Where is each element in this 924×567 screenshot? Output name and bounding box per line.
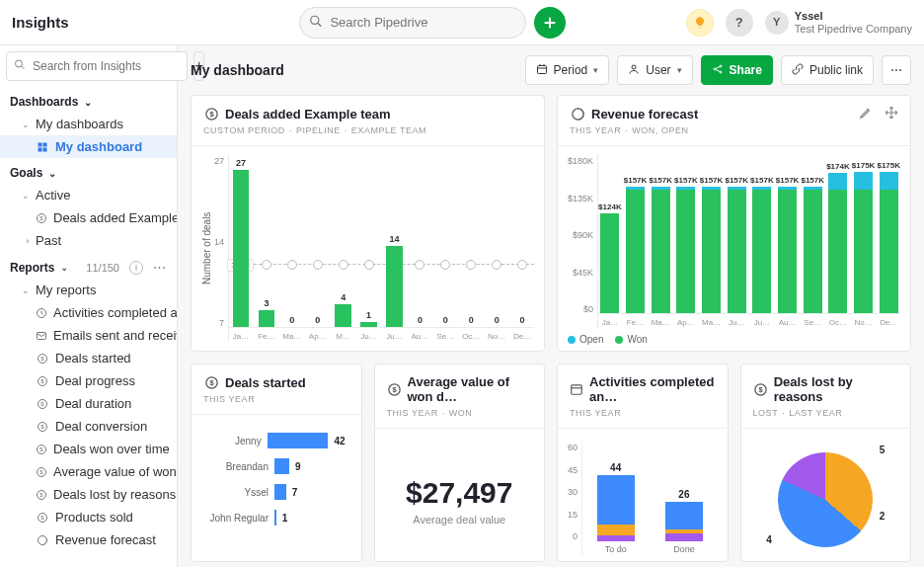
y-axis-label: Number of deals xyxy=(201,154,212,342)
forecast-icon xyxy=(36,534,49,546)
dollar-icon: $ xyxy=(36,489,47,501)
svg-line-1 xyxy=(318,23,322,27)
global-add-button[interactable] xyxy=(534,7,566,39)
chevron-right-icon: ⌄ xyxy=(21,237,31,245)
svg-text:$: $ xyxy=(40,424,44,430)
user-menu[interactable]: Y Yssel Test Pipedrive Company xyxy=(765,10,912,35)
chevron-down-icon: ⌄ xyxy=(48,168,56,179)
sidebar-item-report[interactable]: $Deal progress xyxy=(0,369,177,392)
section-dashboards[interactable]: Dashboards ⌄ xyxy=(0,87,177,113)
svg-text:$: $ xyxy=(758,385,763,394)
sidebar-item-report[interactable]: Revenue forecast xyxy=(0,528,177,551)
card-title: $ Deals added Example team xyxy=(203,106,532,122)
sidebar-item-report[interactable]: $Deals won over time xyxy=(0,438,177,460)
sidebar-item-report[interactable]: $Deal conversion xyxy=(0,415,177,438)
sidebar-item-active[interactable]: ⌄ Active xyxy=(0,184,177,206)
info-icon[interactable]: i xyxy=(129,261,143,275)
svg-text:$: $ xyxy=(40,401,44,407)
card-subtitle: CUSTOM PERIODPIPELINEEXAMPLE TEAM xyxy=(203,122,532,141)
more-button[interactable]: ⋯ xyxy=(882,55,911,85)
help-icon[interactable]: ? xyxy=(726,9,753,37)
svg-line-5 xyxy=(22,66,25,69)
sidebar-item-report[interactable]: $Average value of won de… xyxy=(0,460,177,483)
move-icon[interactable] xyxy=(885,106,898,122)
kpi-avg-value: $27,497 Average deal value xyxy=(385,437,535,526)
global-search[interactable] xyxy=(299,7,526,39)
card-title: $ Deals lost by reasons xyxy=(753,374,899,404)
chevron-down-icon: ▾ xyxy=(593,65,598,75)
brand-title: Insights xyxy=(12,14,180,31)
share-button[interactable]: Share xyxy=(701,55,773,85)
legend: Open Won xyxy=(568,328,900,345)
sidebar-item-report[interactable]: Activities completed an… xyxy=(0,301,177,324)
card-subtitle: THIS YEAR xyxy=(203,390,349,410)
card-revenue-forecast: Revenue forecast THIS YEARWON, OPEN xyxy=(557,95,911,352)
card-subtitle: THIS YEARWON, OPEN xyxy=(570,122,859,141)
sidebar-item-goal-example[interactable]: $ Deals added Example te… xyxy=(0,206,177,229)
svg-point-38 xyxy=(720,71,722,73)
reports-count: 11/150 xyxy=(86,262,119,274)
card-title: $ Deals started xyxy=(203,374,349,390)
dollar-icon: $ xyxy=(203,106,219,122)
svg-rect-50 xyxy=(572,385,582,394)
public-link-button[interactable]: Public link xyxy=(781,55,874,85)
edit-icon[interactable] xyxy=(859,106,873,122)
svg-point-4 xyxy=(16,60,23,67)
sidebar-item-my-dashboards[interactable]: ⌄ My dashboards xyxy=(0,113,177,135)
svg-line-39 xyxy=(716,66,720,68)
sidebar-item-report[interactable]: Emails sent and received xyxy=(0,324,177,347)
sidebar-item-my-dashboard[interactable]: My dashboard xyxy=(0,135,177,158)
svg-rect-7 xyxy=(43,142,47,146)
sidebar-item-report[interactable]: $Products sold xyxy=(0,506,177,528)
user-company: Test Pipedrive Company xyxy=(795,23,912,36)
chevron-down-icon: ⌄ xyxy=(22,191,30,201)
sidebar-item-report[interactable]: $Deals started xyxy=(0,347,177,369)
center-area xyxy=(180,7,686,39)
forecast-icon xyxy=(570,106,585,122)
svg-text:$: $ xyxy=(392,385,397,394)
main: My dashboard Period▾ User▾ Share xyxy=(178,45,924,567)
card-title: $ Average value of won d… xyxy=(387,374,533,404)
svg-text:$: $ xyxy=(39,446,43,452)
user-icon xyxy=(628,63,640,78)
svg-line-40 xyxy=(716,69,720,71)
chart-deals-added: Number of deals 27147 10 27Ja…3Fe…0Ma…0A… xyxy=(201,154,534,342)
dollar-icon: $ xyxy=(753,381,768,397)
dashboard-title: My dashboard xyxy=(191,62,284,78)
chevron-down-icon: ⌄ xyxy=(84,97,92,108)
sidebar-item-past[interactable]: ⌄ Past xyxy=(0,229,177,252)
svg-text:$: $ xyxy=(39,492,43,498)
svg-point-0 xyxy=(311,16,319,24)
dollar-icon: $ xyxy=(203,374,219,390)
dollar-icon: $ xyxy=(36,212,47,224)
card-title: Activities completed an… xyxy=(570,374,716,404)
avatar: Y xyxy=(765,11,789,35)
chart-activities: 604530150 44To do26Done xyxy=(568,437,718,555)
user-filter-button[interactable]: User▾ xyxy=(617,55,692,85)
sidebar-item-report[interactable]: $Deals lost by reasons xyxy=(0,483,177,506)
dollar-icon: $ xyxy=(36,375,49,387)
section-goals[interactable]: Goals⌄ xyxy=(0,158,177,184)
sidebar-search-input[interactable] xyxy=(6,51,188,81)
sidebar-item-my-reports[interactable]: ⌄ My reports xyxy=(0,279,177,301)
chevron-down-icon: ▾ xyxy=(677,65,682,75)
section-reports[interactable]: Reports ⌄ 11/150 i ⋯ xyxy=(0,252,177,279)
lightbulb-icon[interactable] xyxy=(686,9,714,37)
clock-icon xyxy=(36,307,47,319)
share-icon xyxy=(712,63,724,78)
dollar-icon: $ xyxy=(36,421,49,433)
sidebar-item-report[interactable]: $Deal duration xyxy=(0,392,177,415)
card-deals-added: $ Deals added Example team CUSTOM PERIOD… xyxy=(191,95,545,352)
dollar-icon: $ xyxy=(36,466,47,478)
card-deals-lost: $ Deals lost by reasons LOSTLAST YEAR 4 … xyxy=(740,364,912,562)
svg-text:$: $ xyxy=(40,378,44,384)
dollar-icon: $ xyxy=(387,381,402,397)
svg-text:$: $ xyxy=(39,469,43,475)
more-icon[interactable]: ⋯ xyxy=(153,260,167,275)
period-button[interactable]: Period▾ xyxy=(525,55,610,85)
global-search-input[interactable] xyxy=(299,7,526,39)
search-icon xyxy=(14,59,26,74)
card-subtitle: THIS YEARWON xyxy=(387,404,533,424)
kpi-label: Average deal value xyxy=(385,514,535,526)
kpi-value: $27,497 xyxy=(385,476,535,510)
